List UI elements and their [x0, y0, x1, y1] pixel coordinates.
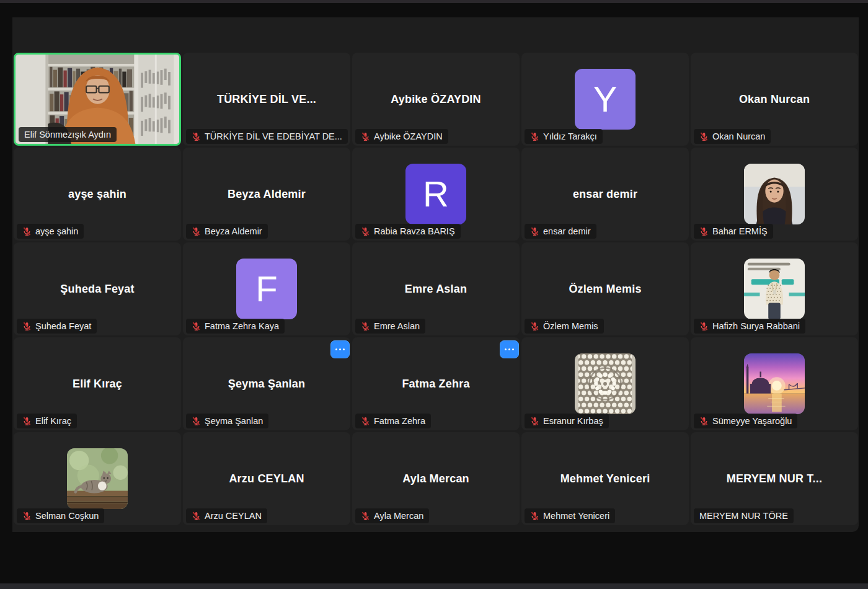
participant-tile[interactable]: Beyza Aldemir Beyza Aldemir	[183, 148, 350, 241]
participant-tile[interactable]: Aybike ÖZAYDIN Aybike ÖZAYDIN	[352, 53, 520, 146]
participant-tile[interactable]: Emre Aslan Emre Aslan	[352, 242, 520, 335]
participant-name: Şuheda Feyat	[14, 283, 181, 296]
mic-muted-icon	[699, 416, 709, 426]
photo-sumeyye	[744, 353, 805, 414]
participant-name: Beyza Aldemir	[183, 188, 350, 201]
label-text: Emre Aslan	[374, 321, 420, 331]
more-options-button[interactable]	[500, 340, 519, 358]
profile-photo-avatar	[67, 448, 128, 509]
window-top-edge	[0, 0, 868, 3]
participant-name-label: ensar demir	[525, 224, 596, 239]
participant-name: Elif Kıraç	[14, 378, 181, 391]
participant-tile[interactable]: Y Yıldız Tarakçı	[521, 53, 689, 146]
participant-name-label: Hafizh Surya Rabbani	[694, 319, 805, 334]
mic-muted-icon	[699, 321, 709, 331]
mic-muted-icon	[699, 131, 709, 141]
participant-name: Ayla Mercan	[352, 472, 520, 485]
participant-name-label: Elif Sönmezışık Aydın	[19, 127, 117, 142]
photo-bahar	[744, 164, 805, 224]
participant-tile[interactable]: Özlem Memis Özlem Memis	[521, 242, 689, 335]
participant-name-label: Aybike ÖZAYDIN	[355, 129, 448, 144]
participant-tile[interactable]: MERYEM NUR T...MERYEM NUR TÖRE	[691, 432, 858, 525]
mic-muted-icon	[699, 226, 709, 236]
profile-photo-avatar	[744, 259, 805, 319]
participant-name: Aybike ÖZAYDIN	[352, 93, 520, 106]
participant-tile[interactable]: Esranur Kırbaş	[521, 337, 689, 430]
mic-muted-icon	[361, 131, 370, 141]
photo-esranur	[575, 353, 636, 414]
mic-muted-icon	[361, 511, 370, 521]
taskbar-strip	[0, 583, 868, 589]
meeting-canvas: Elif Sönmezışık AydınTÜRKİYE DİL VE... T…	[12, 17, 859, 532]
letter-avatar: R	[405, 164, 466, 224]
participant-tile[interactable]: R Rabia Ravza BARIŞ	[352, 148, 520, 241]
participant-tile[interactable]: TÜRKİYE DİL VE... TÜRKİYE DİL VE EDEBİYA…	[183, 53, 350, 146]
label-text: Okan Nurcan	[712, 131, 765, 141]
mic-muted-icon	[530, 321, 539, 331]
mic-muted-icon	[530, 226, 539, 236]
ellipsis-icon	[505, 348, 507, 351]
label-text: ensar demir	[543, 226, 591, 236]
participant-name-label: Şuheda Feyat	[17, 319, 97, 334]
participant-name: Emre Aslan	[352, 283, 520, 296]
participant-tile[interactable]: Şeyma Şanlan Şeyma Şanlan	[183, 337, 350, 430]
ellipsis-icon	[335, 348, 338, 351]
label-text: Esranur Kırbaş	[543, 416, 603, 426]
participant-name: Okan Nurcan	[691, 93, 858, 106]
participant-name-label: Selman Coşkun	[17, 508, 104, 523]
participant-name-label: Şeyma Şanlan	[186, 414, 268, 428]
participant-name: Şeyma Şanlan	[183, 378, 350, 391]
participant-tile[interactable]: Elif Kıraç Elif Kıraç	[14, 337, 181, 430]
participant-name: MERYEM NUR T...	[691, 472, 858, 485]
profile-photo-avatar	[744, 353, 805, 414]
label-text: Şeyma Şanlan	[205, 416, 263, 426]
participant-tile[interactable]: Arzu CEYLAN Arzu CEYLAN	[183, 432, 350, 525]
label-text: Yıldız Tarakçı	[543, 131, 597, 141]
participant-name-label: Ayla Mercan	[355, 508, 429, 523]
mic-muted-icon	[192, 511, 201, 521]
avatar-letter: Y	[593, 81, 618, 117]
participant-tile[interactable]: Mehmet Yeniceri Mehmet Yeniceri	[521, 432, 689, 525]
participant-name-label: Elif Kıraç	[17, 414, 77, 428]
participant-name: Mehmet Yeniceri	[521, 472, 689, 485]
label-text: Elif Sönmezışık Aydın	[24, 130, 111, 140]
participant-name: Özlem Memis	[521, 283, 689, 296]
participant-name-label: Okan Nurcan	[694, 129, 771, 144]
participant-tile[interactable]: Hafizh Surya Rabbani	[691, 242, 858, 335]
participant-tile[interactable]: Elif Sönmezışık Aydın	[14, 53, 181, 146]
participant-tile[interactable]: Bahar ERMİŞ	[691, 148, 858, 241]
label-text: Beyza Aldemir	[205, 226, 262, 236]
mic-muted-icon	[192, 416, 201, 426]
participant-tile[interactable]: Sümeyye Yaşaroğlu	[691, 337, 858, 430]
participant-tile[interactable]: Ayla Mercan Ayla Mercan	[352, 432, 520, 525]
more-options-button[interactable]	[330, 340, 350, 358]
participant-name: ensar demir	[521, 188, 689, 201]
participant-name-label: Fatma Zehra Kaya	[186, 319, 285, 334]
photo-hafizh	[744, 259, 805, 319]
participant-name-label: ayşe şahin	[17, 224, 84, 239]
participant-name-label: MERYEM NUR TÖRE	[694, 508, 794, 523]
participant-tile[interactable]: Fatma Zehra Fatma Zehra	[352, 337, 520, 430]
participant-name-label: Beyza Aldemir	[186, 224, 268, 239]
label-text: Özlem Memis	[543, 321, 598, 331]
participant-name-label: Emre Aslan	[355, 319, 425, 334]
mic-muted-icon	[192, 321, 201, 331]
label-text: Bahar ERMİŞ	[712, 226, 768, 236]
participant-tile[interactable]: Şuheda Feyat Şuheda Feyat	[14, 242, 181, 335]
label-text: Elif Kıraç	[35, 416, 71, 426]
participant-tile[interactable]: Okan Nurcan Okan Nurcan	[691, 53, 858, 146]
label-text: Rabia Ravza BARIŞ	[374, 226, 455, 236]
participant-tile[interactable]: ayşe şahin ayşe şahin	[14, 148, 181, 241]
label-text: ayşe şahin	[35, 226, 78, 236]
participant-name: Arzu CEYLAN	[183, 472, 350, 485]
participant-tile[interactable]: ensar demir ensar demir	[521, 148, 689, 241]
participant-name-label: Arzu CEYLAN	[186, 508, 267, 523]
participant-tile[interactable]: Selman Coşkun	[14, 432, 181, 525]
label-text: TÜRKİYE DİL VE EDEBİYAT DE...	[205, 131, 342, 141]
mic-muted-icon	[22, 511, 32, 521]
mic-muted-icon	[22, 226, 32, 236]
mic-muted-icon	[361, 226, 370, 236]
participant-name: Fatma Zehra	[352, 378, 520, 391]
participant-tile[interactable]: F Fatma Zehra Kaya	[183, 242, 350, 335]
label-text: Selman Coşkun	[35, 511, 99, 521]
